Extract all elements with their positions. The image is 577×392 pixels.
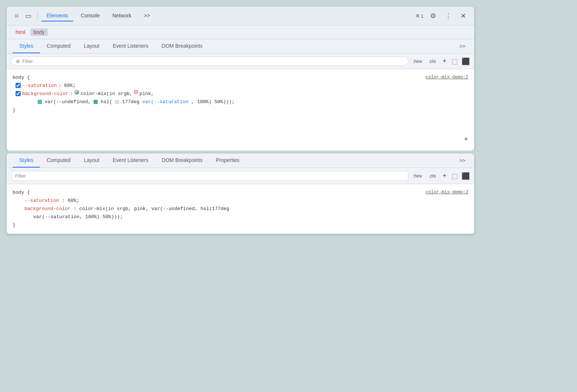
breadcrumb-body[interactable]: body (30, 28, 47, 36)
bottom-add-rule-button[interactable]: + (441, 171, 448, 180)
subtab-dom-breakpoints[interactable]: DOM Breakpoints (155, 39, 209, 53)
bottom-subtab-computed[interactable]: Computed (40, 153, 77, 168)
css-closing-line: } (13, 106, 468, 114)
breadcrumb: html body (7, 26, 474, 39)
bottom-prop-bgcolor-line2: var(--saturation, 100%) 50%))); (13, 213, 468, 221)
add-property-button[interactable]: + (464, 134, 468, 146)
prop-var-start: var(--undefined, (45, 99, 94, 105)
prop-saturation-checkbox[interactable] (16, 83, 21, 88)
hsl-circle-swatch[interactable] (115, 100, 119, 104)
cls-button[interactable]: .cls (427, 58, 438, 65)
bottom-copy-styles-icon[interactable]: ⬚ (452, 172, 458, 180)
prop-bgcolor-name: background-color (22, 90, 68, 98)
bottom-prop-bgcolor-line1: background-color : color-mix(in srgb, pi… (13, 205, 468, 213)
bottom-css-selector: body { (13, 190, 30, 195)
filter-input[interactable] (22, 58, 404, 64)
bottom-subtab-dom-breakpoints[interactable]: DOM Breakpoints (155, 153, 209, 168)
tab-console[interactable]: Console (75, 10, 105, 21)
prop-hsl-deg: 177deg (122, 99, 142, 105)
prop-pink-label: pink, (139, 90, 154, 98)
subtab-more[interactable]: >> (456, 40, 468, 53)
bottom-sidebar-toggle-icon[interactable]: ⬛ (462, 172, 470, 180)
tab-network[interactable]: Network (107, 10, 136, 21)
css-selector: body { (13, 75, 30, 80)
bottom-prop-bgcolor-value1: : color-mix(in srgb, pink, var(--undefin… (74, 206, 229, 212)
css-selector-line: body { (13, 74, 468, 82)
bottom-cls-button[interactable]: .cls (427, 172, 438, 179)
css-prop-bgcolor: background-color : color-mix(in srgb, pi… (13, 90, 468, 98)
bottom-css-closing: } (13, 222, 16, 228)
filter-actions: :hov .cls + ⬚ ⬛ (411, 57, 470, 66)
toolbar-separator (37, 12, 38, 20)
prop-bgcolor-fn: color-mix(in srgb, (81, 90, 132, 98)
bottom-subtab-layout[interactable]: Layout (77, 153, 106, 168)
panel-divider (7, 151, 474, 153)
toolbar-right: ≡ 1 ⚙ ⋮ ✕ (416, 10, 468, 21)
close-icon[interactable]: ✕ (458, 10, 468, 21)
color-mix-swatch[interactable] (74, 90, 79, 95)
bottom-hov-button[interactable]: :hov (411, 172, 424, 179)
hov-button[interactable]: :hov (411, 58, 424, 65)
bottom-subtab-styles[interactable]: Styles (13, 153, 40, 168)
bottom-prop-saturation-value: : 60%; (62, 198, 79, 203)
css-closing: } (13, 107, 16, 113)
bottom-css-rule-area: color-mix-demo:2 body { --saturation : 6… (7, 184, 474, 234)
filter-bar: ⊘ :hov .cls + ⬚ ⬛ (7, 54, 474, 69)
filter-icon: ⊘ (16, 58, 20, 64)
bottom-css-source-link[interactable]: color-mix-demo:2 (426, 189, 468, 196)
styles-subtabs: Styles Computed Layout Event Listeners D… (7, 39, 474, 54)
sidebar-toggle-icon[interactable]: ⬛ (462, 57, 470, 65)
breadcrumb-html[interactable]: html (13, 28, 28, 36)
prop-bgcolor-checkbox[interactable] (16, 91, 21, 96)
css-rule-area: color-mix-demo:2 body { --saturation : 6… (7, 69, 474, 151)
devtools-bottom-window: Styles Computed Layout Event Listeners D… (7, 153, 474, 234)
bottom-filter-input[interactable] (11, 171, 408, 181)
bottom-filter-actions: :hov .cls + ⬚ ⬛ (411, 171, 470, 180)
bottom-filter-bar: :hov .cls + ⬚ ⬛ (7, 168, 474, 184)
prop-saturation-value: : 60%; (58, 82, 76, 90)
console-messages-icon: ≡ (416, 13, 419, 19)
inspect-icon[interactable]: ⌗ (13, 11, 21, 21)
notification-badge[interactable]: ≡ 1 (416, 13, 424, 19)
subtab-styles[interactable]: Styles (13, 39, 40, 53)
copy-styles-icon[interactable]: ⬚ (452, 57, 458, 65)
prop-saturation-ref: var(--saturation (142, 99, 189, 105)
bottom-subtabs: Styles Computed Layout Event Listeners D… (7, 153, 474, 168)
css-prop-saturation: --saturation : 60%; (13, 82, 468, 90)
subtab-computed[interactable]: Computed (40, 39, 77, 53)
device-toggle-icon[interactable]: ▭ (23, 10, 34, 21)
bottom-subtab-more[interactable]: >> (456, 154, 468, 167)
devtools-top-window: ⌗ ▭ Elements Console Network >> ≡ 1 ⚙ ⋮ … (7, 7, 474, 151)
add-rule-button[interactable]: + (441, 57, 448, 66)
pink-swatch[interactable] (134, 90, 138, 94)
bottom-css-selector-line: body { (13, 189, 468, 197)
tab-more[interactable]: >> (139, 10, 155, 21)
prop-bgcolor-colon: : (70, 90, 73, 98)
settings-icon[interactable]: ⚙ (428, 10, 438, 21)
tab-elements[interactable]: Elements (41, 10, 73, 21)
bottom-prop-bgcolor-name: background-color (24, 206, 71, 212)
bottom-subtab-event-listeners[interactable]: Event Listeners (106, 153, 155, 168)
toolbar: ⌗ ▭ Elements Console Network >> ≡ 1 ⚙ ⋮ … (7, 7, 474, 26)
css-source-link[interactable]: color-mix-demo:2 (426, 74, 468, 81)
teal-swatch[interactable] (38, 100, 42, 104)
teal2-swatch[interactable] (94, 100, 98, 104)
bottom-subtab-properties[interactable]: Properties (209, 153, 246, 168)
bottom-css-closing-line: } (13, 221, 468, 229)
bottom-prop-bgcolor-value2: var(--saturation, 100%) 50%))); (33, 214, 123, 220)
subtab-event-listeners[interactable]: Event Listeners (106, 39, 155, 53)
prop-hsl-start: hsl( (101, 99, 112, 105)
bottom-prop-saturation-name: --saturation (24, 198, 59, 203)
badge-count: 1 (421, 13, 424, 19)
subtab-layout[interactable]: Layout (77, 39, 106, 53)
filter-input-wrap: ⊘ (11, 57, 408, 66)
css-prop-bgcolor-line2: var(--undefined, hsl( 177deg var(--satur… (13, 98, 468, 106)
prop-saturation-name: --saturation (22, 82, 57, 90)
more-icon[interactable]: ⋮ (443, 10, 454, 21)
prop-hsl-rest: , 100%) 50%))); (191, 99, 234, 105)
bottom-prop-saturation: --saturation : 60%; (13, 197, 468, 205)
